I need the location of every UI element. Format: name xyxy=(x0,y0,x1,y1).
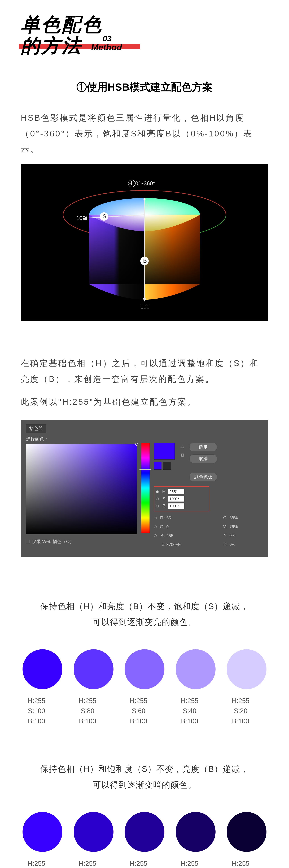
diagram-b-label: B xyxy=(143,258,147,264)
intro-paragraph: HSB色彩模式是将颜色三属性进行量化，色相H以角度（0°-360°）表示，饱和度… xyxy=(21,110,268,157)
c-value[interactable]: 88% xyxy=(229,516,246,520)
swatch-labels: H:255S:100B:100 xyxy=(23,696,45,726)
k-value[interactable]: 0% xyxy=(229,542,246,547)
color-circle xyxy=(227,812,266,852)
swatch-section: 保持色相（H）和亮度（B）不变，饱和度（S）递减，可以得到逐渐变亮的颜色。H:2… xyxy=(21,598,268,726)
swatch-labels: H:255S:100B:100 xyxy=(23,859,45,868)
title-line1: 单色配色 xyxy=(21,14,103,35)
ok-button[interactable]: 确定 xyxy=(189,443,217,452)
web-only-checkbox[interactable] xyxy=(26,540,30,544)
diagram-s-100: 100 xyxy=(76,215,85,221)
hex-value[interactable]: 3700FF xyxy=(166,542,189,547)
radio-bb[interactable] xyxy=(154,534,157,537)
h-input[interactable]: 255° xyxy=(169,489,184,494)
hsb-cylinder-diagram: H 0°~360° 0 100 S B 100 xyxy=(21,164,268,321)
radio-r[interactable] xyxy=(154,517,157,519)
cancel-button[interactable]: 取消 xyxy=(189,455,217,463)
g-value[interactable]: 0 xyxy=(166,524,183,529)
swatch-h: H:255 xyxy=(130,696,147,706)
swatch-labels: H:255S:100B:60 xyxy=(124,859,147,868)
color-circle xyxy=(176,812,216,852)
select-color-label: 选择颜色： xyxy=(26,436,137,442)
swatch-h: H:255 xyxy=(79,859,96,868)
swatch-description: 保持色相（H）和亮度（B）不变，饱和度（S）递减，可以得到逐渐变亮的颜色。 xyxy=(21,598,268,630)
hsb-highlight-frame: H: 255° S: 100% B: xyxy=(154,487,209,511)
color-circle xyxy=(176,649,216,689)
bb-value[interactable]: 255 xyxy=(166,533,183,538)
radio-g[interactable] xyxy=(154,526,157,528)
h-label: H: xyxy=(160,489,167,494)
radio-h[interactable] xyxy=(156,490,159,493)
saturation-brightness-field[interactable] xyxy=(26,444,137,534)
swatch-labels: H:255S:40B:100 xyxy=(176,696,198,726)
picker-tab[interactable]: 拾色器 xyxy=(26,424,46,433)
hue-slider[interactable] xyxy=(141,443,150,533)
s-label: S: xyxy=(160,496,167,501)
color-circle xyxy=(23,812,62,852)
k-label: K: xyxy=(221,541,228,547)
swatch-item: H:255S:100B:40 xyxy=(176,812,216,868)
swatch-item: H:255S:100B:100 xyxy=(23,649,62,726)
r-label: R: xyxy=(158,515,165,521)
swatch-description: 保持色相（H）和饱和度（S）不变，亮度（B）递减，可以得到逐渐变暗的颜色。 xyxy=(21,761,268,793)
prev-color-swatch xyxy=(163,462,171,470)
color-circle xyxy=(23,649,62,689)
title-method: Method xyxy=(91,42,122,53)
c-label: C: xyxy=(221,515,228,521)
swatch-h: H:255 xyxy=(181,859,198,868)
hue-indicator-icon[interactable] xyxy=(140,469,151,470)
swatch-b: B:100 xyxy=(130,716,147,726)
swatch-item: H:255S:100B:20 xyxy=(227,812,266,868)
page-title-block: 单色配色 的方法 03 Method xyxy=(21,14,103,56)
b-label: B: xyxy=(160,503,167,509)
color-circle xyxy=(74,812,113,852)
section-title: ①使用HSB模式建立配色方案 xyxy=(21,80,268,94)
swatch-b: B:100 xyxy=(79,716,96,726)
s-input[interactable]: 100% xyxy=(169,496,184,501)
r-value[interactable]: 55 xyxy=(166,516,183,521)
swatch-h: H:255 xyxy=(28,696,45,706)
new-color-swatch xyxy=(154,443,175,460)
swatch-item: H:255S:60B:100 xyxy=(124,649,165,726)
swatch-item: H:255S:100B:80 xyxy=(74,812,113,868)
swatch-h: H:255 xyxy=(79,696,96,706)
cube-icon[interactable]: ◧ xyxy=(180,452,185,458)
current-color-swatch xyxy=(154,462,161,470)
warning-icon[interactable]: ⚠ xyxy=(180,444,185,449)
swatch-item: H:255S:80B:100 xyxy=(74,649,113,726)
swatch-row: H:255S:100B:100H:255S:100B:80H:255S:100B… xyxy=(21,812,268,868)
sb-cursor-icon[interactable] xyxy=(135,443,138,446)
desc-line2: 可以得到逐渐变暗的颜色。 xyxy=(93,780,196,789)
paragraph-2: 在确定基础色相（H）之后，可以通过调整饱和度（S）和亮度（B），来创造一套富有层… xyxy=(21,355,268,387)
swatch-labels: H:255S:100B:80 xyxy=(74,859,96,868)
bb-label: B: xyxy=(158,533,165,538)
desc-line2: 可以得到逐渐变亮的颜色。 xyxy=(93,618,196,627)
diagram-zero-top: 0 xyxy=(146,203,149,209)
radio-s[interactable] xyxy=(156,498,159,500)
radio-b[interactable] xyxy=(156,505,159,507)
swatch-labels: H:255S:100B:20 xyxy=(227,859,249,868)
color-library-button[interactable]: 颜色色板 xyxy=(189,473,217,481)
m-label: M: xyxy=(221,524,228,529)
swatch-b: B:100 xyxy=(181,716,198,726)
swatch-item: H:255S:20B:100 xyxy=(227,649,266,726)
y-value[interactable]: 0% xyxy=(229,533,246,538)
title-line2: 的方法 xyxy=(21,35,82,56)
m-value[interactable]: 76% xyxy=(229,524,246,529)
paragraph-3: 此案例以"H:255"为基础色建立配色方案。 xyxy=(21,394,268,410)
diagram-h-range: 0°~360° xyxy=(135,180,155,186)
swatch-labels: H:255S:20B:100 xyxy=(227,696,249,726)
desc-line1: 保持色相（H）和亮度（B）不变，饱和度（S）递减， xyxy=(40,602,249,611)
color-circle xyxy=(124,812,165,852)
swatch-labels: H:255S:60B:100 xyxy=(124,696,147,726)
svg-marker-5 xyxy=(143,298,146,302)
swatch-item: H:255S:100B:100 xyxy=(23,812,62,868)
swatch-s: S:80 xyxy=(79,706,96,716)
diagram-s-label: S xyxy=(103,213,106,219)
swatch-row: H:255S:100B:100H:255S:80B:100H:255S:60B:… xyxy=(21,649,268,726)
swatch-s: S:40 xyxy=(181,706,198,716)
swatch-b: B:100 xyxy=(232,716,249,726)
b-input[interactable]: 100% xyxy=(169,503,184,509)
color-circle xyxy=(124,649,165,689)
swatch-b: B:100 xyxy=(28,716,45,726)
